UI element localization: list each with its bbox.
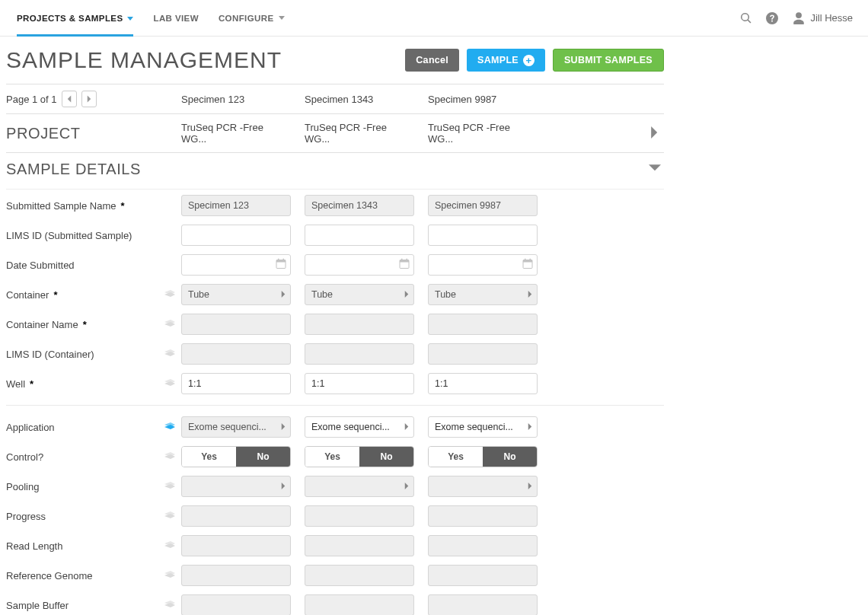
pager-next[interactable] xyxy=(81,91,97,107)
control-toggle[interactable]: YesNo xyxy=(428,446,538,467)
project-value: TruSeq PCR -Free WG... xyxy=(181,122,291,145)
field-label: LIMS ID (Container) xyxy=(6,349,94,360)
toggle-no[interactable]: No xyxy=(236,447,290,467)
page-title: SAMPLE MANAGEMENT xyxy=(6,47,282,73)
nav-label: LAB VIEW xyxy=(153,14,198,23)
lims_id_container-input xyxy=(181,343,291,365)
reference_genome-input xyxy=(305,565,414,586)
application-select[interactable] xyxy=(181,416,291,438)
nav-projects-samples[interactable]: PROJECTS & SAMPLES xyxy=(17,1,133,37)
field-row-date_submitted: Date Submitted xyxy=(6,251,664,279)
bulk-fill-icon[interactable] xyxy=(164,541,175,550)
reference_genome-input xyxy=(181,565,291,586)
details-section-label: SAMPLE DETAILS xyxy=(6,161,141,178)
field-row-application: Application xyxy=(6,413,664,441)
field-row-reference_genome: Reference Genome xyxy=(6,562,664,589)
button-label: SAMPLE xyxy=(477,55,519,65)
column-header: Specimen 1343 xyxy=(305,94,414,105)
bulk-fill-icon[interactable] xyxy=(164,601,175,610)
project-row: PROJECT TruSeq PCR -Free WG... TruSeq PC… xyxy=(6,114,664,153)
field-label: Application xyxy=(6,422,55,433)
field-label: Control? xyxy=(6,451,43,463)
top-nav: PROJECTS & SAMPLES LAB VIEW CONFIGURE Ji… xyxy=(0,0,868,37)
read_length-input xyxy=(305,535,414,556)
sample-details-header[interactable]: SAMPLE DETAILS xyxy=(6,153,664,190)
control-toggle[interactable]: YesNo xyxy=(181,446,291,467)
container_name-input xyxy=(305,314,414,335)
help-icon[interactable] xyxy=(766,12,778,24)
field-label: Read Length xyxy=(6,540,62,552)
nav-label: CONFIGURE xyxy=(219,14,274,23)
field-row-control: Control? YesNoYesNoYesNo xyxy=(6,443,664,470)
field-label: LIMS ID (Submitted Sample) xyxy=(6,230,132,241)
field-label: Submitted Sample Name xyxy=(6,200,116,212)
caret-down-icon xyxy=(279,16,285,20)
date_submitted-input[interactable] xyxy=(181,254,291,276)
field-row-well: Well * xyxy=(6,370,664,397)
sample_buffer-input xyxy=(428,594,538,615)
bulk-fill-icon[interactable] xyxy=(164,571,175,580)
well-input[interactable] xyxy=(181,373,291,394)
nav-lab-view[interactable]: LAB VIEW xyxy=(153,0,198,36)
lims_id_sample-input[interactable] xyxy=(305,225,414,246)
read_length-input xyxy=(428,535,538,556)
pooling-select[interactable] xyxy=(181,476,291,497)
bulk-fill-icon[interactable] xyxy=(164,482,175,491)
add-sample-button[interactable]: SAMPLE + xyxy=(467,49,545,72)
progress-input xyxy=(428,505,538,527)
field-row-container: Container * xyxy=(6,281,664,308)
expand-project-icon[interactable] xyxy=(646,126,664,141)
toggle-yes[interactable]: Yes xyxy=(305,447,359,467)
toggle-no[interactable]: No xyxy=(483,447,537,467)
field-label: Sample Buffer xyxy=(6,600,69,611)
project-value: TruSeq PCR -Free WG... xyxy=(305,122,414,145)
pager-prev[interactable] xyxy=(62,91,77,107)
pooling-select[interactable] xyxy=(428,476,538,497)
collapse-details-icon[interactable] xyxy=(646,162,664,177)
user-name: Jill Hesse xyxy=(810,12,853,24)
user-menu[interactable]: Jill Hesse xyxy=(792,11,853,25)
cancel-button[interactable]: Cancel xyxy=(405,49,459,72)
toggle-yes[interactable]: Yes xyxy=(182,447,236,467)
pooling-select[interactable] xyxy=(305,476,414,497)
field-row-lims_id_container: LIMS ID (Container) xyxy=(6,340,664,368)
bulk-fill-icon[interactable] xyxy=(164,379,175,388)
column-header: Specimen 9987 xyxy=(428,94,538,105)
bulk-fill-icon[interactable] xyxy=(164,320,175,329)
submitted_name-input xyxy=(428,195,538,216)
lims_id_sample-input[interactable] xyxy=(181,225,291,246)
project-value: TruSeq PCR -Free WG... xyxy=(428,122,538,145)
container-select[interactable] xyxy=(305,284,414,305)
well-input[interactable] xyxy=(428,373,538,394)
field-label: Well xyxy=(6,378,25,390)
date_submitted-input[interactable] xyxy=(305,254,414,276)
date_submitted-input[interactable] xyxy=(428,254,538,276)
bulk-fill-icon[interactable] xyxy=(164,349,175,358)
toggle-yes[interactable]: Yes xyxy=(429,447,483,467)
read_length-input xyxy=(181,535,291,556)
application-select[interactable] xyxy=(305,416,414,438)
nav-configure[interactable]: CONFIGURE xyxy=(219,0,285,36)
well-input[interactable] xyxy=(305,373,414,394)
search-icon[interactable] xyxy=(740,12,752,24)
user-icon xyxy=(792,11,806,25)
nav-label: PROJECTS & SAMPLES xyxy=(17,14,123,23)
bulk-fill-icon[interactable] xyxy=(164,422,175,432)
progress-input xyxy=(305,505,414,527)
submit-samples-button[interactable]: SUBMIT SAMPLES xyxy=(553,49,664,72)
application-select[interactable] xyxy=(428,416,538,438)
lims_id_container-input xyxy=(428,343,538,365)
container-select[interactable] xyxy=(428,284,538,305)
field-row-lims_id_sample: LIMS ID (Submitted Sample) xyxy=(6,221,664,249)
field-label: Date Submitted xyxy=(6,260,75,271)
reference_genome-input xyxy=(428,565,538,586)
lims_id_sample-input[interactable] xyxy=(428,225,538,246)
sample_buffer-input xyxy=(181,594,291,615)
container_name-input xyxy=(181,314,291,335)
bulk-fill-icon[interactable] xyxy=(164,452,175,461)
container-select[interactable] xyxy=(181,284,291,305)
toggle-no[interactable]: No xyxy=(359,447,413,467)
bulk-fill-icon[interactable] xyxy=(164,290,175,299)
bulk-fill-icon[interactable] xyxy=(164,511,175,521)
control-toggle[interactable]: YesNo xyxy=(305,446,414,467)
